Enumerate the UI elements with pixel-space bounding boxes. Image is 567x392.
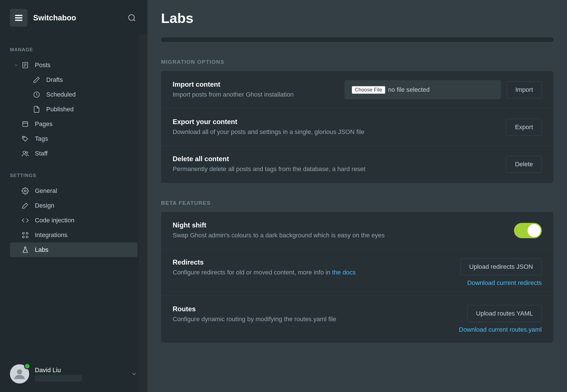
file-input[interactable]: Choose File no file selected	[344, 80, 501, 99]
flask-icon	[21, 246, 29, 254]
avatar	[10, 364, 29, 384]
upload-redirects-button[interactable]: Upload redirects JSON	[460, 258, 542, 275]
routes-title: Routes	[173, 305, 459, 313]
svg-point-19	[26, 236, 28, 238]
sidebar-item-drafts[interactable]: Drafts	[10, 73, 137, 87]
sidebar-item-design[interactable]: Design	[10, 198, 137, 213]
search-icon	[128, 14, 136, 22]
user-menu[interactable]: David Liu	[0, 356, 147, 392]
divider	[161, 37, 553, 42]
migration-heading: MIGRATION OPTIONS	[161, 59, 553, 65]
delete-desc: Permanently delete all posts and tags fr…	[173, 165, 506, 174]
redirects-title: Redirects	[173, 258, 460, 266]
svg-point-14	[26, 152, 28, 154]
download-redirects-link[interactable]: Download current redirects	[467, 279, 542, 287]
search-button[interactable]	[126, 12, 137, 24]
gear-icon	[21, 187, 29, 195]
sidebar-item-general[interactable]: General	[10, 184, 137, 198]
published-label: Published	[46, 106, 74, 113]
design-label: Design	[35, 202, 54, 209]
sidebar-item-scheduled[interactable]: Scheduled	[10, 87, 137, 102]
beta-heading: BETA FEATURES	[161, 200, 553, 206]
delete-text: Delete all content Permanently delete al…	[173, 155, 506, 174]
manage-heading: MANAGE	[10, 47, 137, 53]
routes-desc: Configure dynamic routing by modifying t…	[173, 315, 459, 324]
nav-manage: MANAGE Posts Drafts Scheduled	[0, 35, 147, 257]
sidebar-item-published[interactable]: Published	[10, 102, 137, 117]
svg-point-12	[24, 137, 24, 138]
menu-icon	[14, 13, 24, 23]
svg-point-16	[22, 232, 24, 234]
delete-row: Delete all content Permanently delete al…	[161, 146, 553, 183]
night-shift-row: Night shift Swap Ghost admin's colours t…	[161, 212, 553, 249]
sidebar-item-pages[interactable]: Pages	[10, 117, 137, 131]
migration-card: Import content Import posts from another…	[161, 71, 553, 183]
sidebar: Switchaboo MANAGE Posts Drafts	[0, 0, 147, 392]
svg-rect-10	[23, 122, 27, 126]
redirects-text: Redirects Configure redirects for old or…	[173, 258, 460, 277]
import-text: Import content Import posts from another…	[173, 80, 344, 99]
docs-link[interactable]: the docs	[332, 269, 356, 276]
sidebar-scrollbar[interactable]	[139, 34, 147, 392]
staff-label: Staff	[35, 150, 48, 157]
redirects-desc: Configure redirects for old or moved con…	[173, 268, 460, 277]
sidebar-item-staff[interactable]: Staff	[10, 146, 137, 161]
svg-point-13	[23, 151, 26, 154]
sidebar-item-posts[interactable]: Posts	[10, 58, 137, 73]
night-shift-toggle[interactable]	[514, 223, 542, 238]
main-content: Labs MIGRATION OPTIONS Import content Im…	[147, 0, 567, 392]
import-title: Import content	[173, 80, 344, 88]
svg-point-20	[17, 369, 22, 374]
scheduled-label: Scheduled	[46, 91, 76, 98]
import-button[interactable]: Import	[507, 81, 542, 98]
integrations-label: Integrations	[35, 231, 67, 239]
integrations-icon	[21, 231, 29, 239]
night-title: Night shift	[173, 221, 514, 229]
user-name: David Liu	[35, 367, 131, 374]
pencil-icon	[33, 76, 41, 84]
posts-label: Posts	[35, 61, 50, 69]
svg-point-18	[22, 236, 24, 238]
download-routes-link[interactable]: Download current routes.yaml	[459, 326, 542, 333]
redirects-desc-prefix: Configure redirects for old or moved con…	[173, 269, 332, 276]
export-row: Export your content Download all of your…	[161, 109, 553, 146]
svg-point-17	[26, 232, 28, 234]
page-title: Labs	[161, 10, 553, 26]
export-desc: Download all of your posts and settings …	[173, 127, 506, 137]
svg-line-4	[134, 20, 135, 21]
drafts-label: Drafts	[46, 76, 63, 84]
routes-actions: Upload routes YAML Download current rout…	[459, 305, 542, 333]
pages-icon	[21, 120, 29, 128]
import-desc: Import posts from another Ghost installa…	[173, 90, 344, 99]
routes-row: Routes Configure dynamic routing by modi…	[161, 296, 553, 342]
clock-icon	[33, 91, 41, 99]
night-text: Night shift Swap Ghost admin's colours t…	[173, 221, 514, 240]
routes-text: Routes Configure dynamic routing by modi…	[173, 305, 459, 324]
brush-icon	[21, 202, 29, 210]
posts-icon	[21, 61, 29, 69]
code-icon	[21, 216, 29, 224]
code-injection-label: Code injection	[35, 217, 74, 224]
svg-point-15	[24, 190, 26, 192]
sidebar-item-tags[interactable]: Tags	[10, 131, 137, 146]
export-text: Export your content Download all of your…	[173, 118, 506, 137]
site-logo[interactable]	[10, 9, 27, 27]
upload-routes-button[interactable]: Upload routes YAML	[467, 305, 542, 322]
sidebar-header: Switchaboo	[0, 0, 147, 35]
import-actions: Choose File no file selected Import	[344, 80, 542, 99]
users-icon	[21, 150, 29, 157]
sidebar-item-labs[interactable]: Labs	[10, 242, 137, 257]
chevron-down-icon	[14, 63, 19, 67]
chevron-down-icon	[131, 370, 137, 377]
general-label: General	[35, 187, 57, 195]
import-row: Import content Import posts from another…	[161, 71, 553, 109]
labs-label: Labs	[35, 246, 48, 253]
export-button[interactable]: Export	[506, 119, 542, 136]
redirects-actions: Upload redirects JSON Download current r…	[460, 258, 542, 287]
site-title: Switchaboo	[33, 14, 126, 22]
sidebar-item-code-injection[interactable]: Code injection	[10, 213, 137, 228]
choose-file-button[interactable]: Choose File	[352, 86, 385, 94]
redirects-row: Redirects Configure redirects for old or…	[161, 249, 553, 296]
sidebar-item-integrations[interactable]: Integrations	[10, 228, 137, 242]
delete-button[interactable]: Delete	[506, 156, 542, 173]
